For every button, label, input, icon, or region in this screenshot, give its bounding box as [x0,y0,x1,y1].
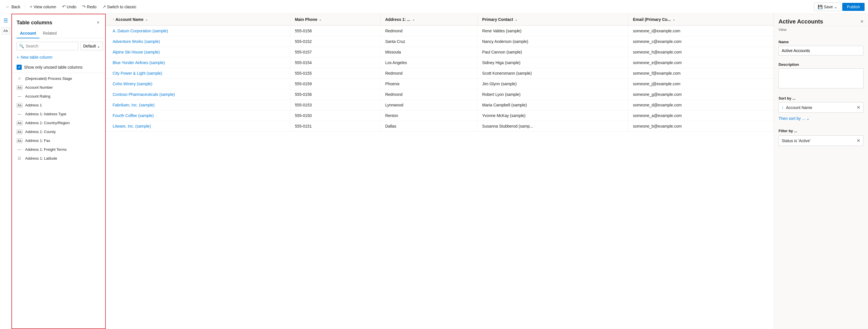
col-header-label: Account Name [116,17,144,22]
switch-classic-button[interactable]: ↗ Switch to classic [100,3,139,10]
show-unused-checkbox[interactable] [17,65,22,70]
view-column-button[interactable]: + View column [27,3,58,10]
list-item[interactable]: Ab Account Number [12,83,105,92]
account-link[interactable]: Adventure Works (sample) [113,39,160,44]
table-cell: someone_e@example.com [628,57,774,68]
table-row[interactable]: A. Datum Corporation (sample)555-0158Red… [106,25,774,36]
table-cell: Paul Cannon (sample) [477,47,628,57]
table-header-cell[interactable]: Email (Primary Co...⌄ [628,14,774,25]
new-column-button[interactable]: + New table column [17,54,52,61]
table-row[interactable]: Alpine Ski House (sample)555-0157Missoul… [106,47,774,57]
tab-account[interactable]: Account [17,29,39,38]
list-item[interactable]: ☷ Address 1: Latitude [12,154,105,163]
table-header-cell[interactable]: Main Phone⌄ [290,14,380,25]
columns-panel: Table columns × Account Related 🔍 Defaul… [11,14,106,329]
col-type-icon: Ab [17,103,22,107]
table-cell: Dallas [380,121,477,132]
table-header-cell[interactable]: Address 1: ...⌄ [380,14,477,25]
table-cell: Redmond [380,89,477,100]
list-item[interactable]: Ab Address 1 [12,101,105,110]
table-cell: someone_g@example.com [628,89,774,100]
table-row[interactable]: Adventure Works (sample)555-0152Santa Cr… [106,36,774,47]
list-item[interactable]: — Address 1: Freight Terms [12,145,105,154]
rp-name-input[interactable] [779,46,863,55]
search-input[interactable] [26,44,76,48]
table-cell: someone_i@example.com [628,25,774,36]
list-item[interactable]: — Address 1: Address Type [12,110,105,118]
account-link[interactable]: Fourth Coffee (sample) [113,113,154,118]
table-cell: someone_d@example.com [628,100,774,110]
col-header-chevron-icon: ⌄ [673,18,675,22]
col-name-label: Address 1 [25,103,101,107]
then-sort-label: Then sort by ... [779,116,805,121]
undo-button[interactable]: ↶ Undo [60,3,79,10]
rp-close-button[interactable]: × [860,19,863,25]
table-row[interactable]: Fabrikam, Inc. (sample)555-0153LynnwoodM… [106,100,774,110]
list-item[interactable]: Ab Address 1: Country/Region [12,118,105,127]
table-cell: Susanna Stubberod (samp... [477,121,628,132]
list-item[interactable]: ⁝⁝ (Deprecated) Process Stage [12,74,105,83]
nav-text-icon[interactable]: Ab [2,27,10,34]
redo-button[interactable]: ↷ Redo [80,3,99,10]
then-sort-chevron-icon: ⌄ [806,116,810,121]
save-button[interactable]: 💾 Save ⌄ [814,3,841,11]
account-link[interactable]: Alpine Ski House (sample) [113,50,160,54]
table-cell: Lynnwood [380,100,477,110]
list-item[interactable]: Ab Address 1: Fax [12,136,105,145]
rp-filter-label: Filter by ... [779,129,863,133]
rp-description-label: Description [779,62,863,67]
nav-menu-icon[interactable]: ☰ [1,16,10,25]
table-cell: 555-0155 [290,68,380,79]
rp-sort-section: Sort by ... ↑ Account Name ✕ Then sort b… [774,91,868,124]
table-cell: Redmond [380,25,477,36]
account-link[interactable]: Contoso Pharmaceuticals (sample) [113,92,175,97]
table-header-cell[interactable]: Primary Contact⌄ [477,14,628,25]
back-label: Back [11,5,20,9]
rp-description-textarea[interactable] [779,68,863,88]
table-cell: 555-0151 [290,121,380,132]
save-chevron-icon: ⌄ [834,5,837,9]
table-row[interactable]: Litware, Inc. (sample)555-0151DallasSusa… [106,121,774,132]
account-link[interactable]: City Power & Light (sample) [113,71,162,76]
tab-related[interactable]: Related [39,29,60,38]
col-name-label: (Deprecated) Process Stage [25,76,101,81]
table-header-cell[interactable]: ↑Account Name⌄ [106,14,290,25]
back-icon: ← [6,4,10,9]
save-icon: 💾 [818,5,823,9]
panel-actions: + New table column [12,53,105,63]
table-cell: City Power & Light (sample) [106,68,290,79]
table-row[interactable]: Coho Winery (sample)555-0159PhoenixJim G… [106,79,774,89]
account-link[interactable]: Fabrikam, Inc. (sample) [113,103,155,107]
account-link[interactable]: Blue Yonder Airlines (sample) [113,60,165,65]
then-sort-button[interactable]: Then sort by ... ⌄ [779,115,810,122]
default-dropdown[interactable]: Default ⌄ [81,42,103,50]
list-item[interactable]: Ab Address 1: County [12,127,105,136]
back-button[interactable]: ← Back [3,3,23,10]
col-name-label: Address 1: Freight Terms [25,147,101,152]
table-row[interactable]: Fourth Coffee (sample)555-0150RentonYvon… [106,110,774,121]
table-cell: Contoso Pharmaceuticals (sample) [106,89,290,100]
sort-remove-button[interactable]: ✕ [857,105,860,110]
col-type-icon: Ab [17,121,22,125]
table-cell: Robert Lyon (sample) [477,89,628,100]
publish-button[interactable]: Publish [842,3,865,11]
redo-icon: ↷ [82,4,86,9]
rp-name-label: Name [779,40,863,44]
panel-search-row: 🔍 Default ⌄ [12,38,105,53]
table-row[interactable]: Blue Yonder Airlines (sample)555-0154Los… [106,57,774,68]
table-cell: Redmond [380,68,477,79]
account-link[interactable]: Litware, Inc. (sample) [113,124,151,129]
table-cell: 555-0159 [290,79,380,89]
col-type-icon: — [17,147,22,152]
filter-remove-button[interactable]: ✕ [857,138,860,143]
col-type-icon: Ab [17,130,22,134]
rp-filter-section: Filter by ... Status is 'Active' ✕ [774,124,868,148]
table-row[interactable]: Contoso Pharmaceuticals (sample)555-0156… [106,89,774,100]
panel-close-button[interactable]: × [96,19,101,26]
col-type-icon: — [17,112,22,116]
list-item[interactable]: — Account Rating [12,92,105,101]
table-row[interactable]: City Power & Light (sample)555-0155Redmo… [106,68,774,79]
col-name-label: Address 1: Fax [25,138,101,143]
account-link[interactable]: A. Datum Corporation (sample) [113,29,168,33]
account-link[interactable]: Coho Winery (sample) [113,82,152,86]
